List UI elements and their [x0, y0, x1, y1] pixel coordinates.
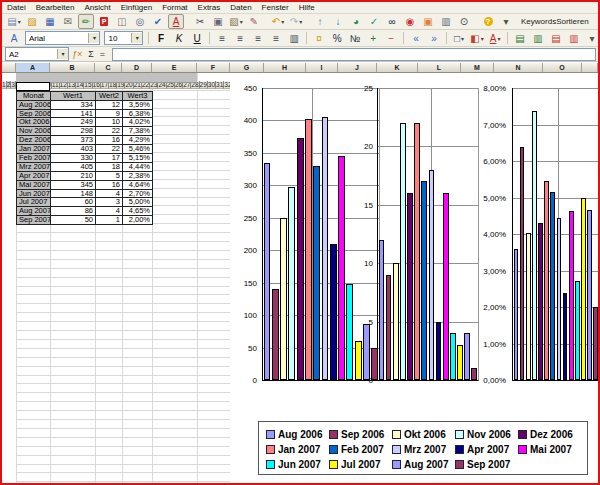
spreadsheet-grid[interactable]: 1234567891011121314151617181920212223242…	[2, 73, 598, 483]
chevron-down-icon[interactable]: ▾	[57, 49, 68, 59]
table-cell[interactable]: 18	[96, 163, 123, 172]
table-cell[interactable]: 5,15%	[123, 154, 153, 163]
table-cell[interactable]: Feb 2007	[17, 154, 51, 163]
insert-column-icon[interactable]: ▥	[530, 31, 546, 46]
column-header-F[interactable]: F	[197, 63, 230, 73]
navigator-icon[interactable]: ◉	[402, 14, 418, 29]
chevron-down-icon[interactable]: ▾	[88, 33, 99, 43]
formatting-options-icon[interactable]: ▾	[584, 31, 600, 46]
table-cell[interactable]: 2,00%	[123, 216, 153, 225]
column-header-K[interactable]: K	[377, 63, 418, 73]
export-pdf-icon[interactable]: P	[96, 14, 112, 29]
active-cell[interactable]	[16, 82, 50, 91]
percent-format-icon[interactable]: %	[329, 31, 345, 46]
currency-format-icon[interactable]: ¤	[311, 31, 327, 46]
table-cell[interactable]: Sep 2007	[17, 216, 51, 225]
format-paintbrush-icon[interactable]: ✎	[246, 14, 262, 29]
table-cell[interactable]: 22	[96, 127, 123, 136]
table-cell[interactable]: Apr 2007	[17, 172, 51, 181]
function-wizard-icon[interactable]: ƒ×	[72, 49, 82, 59]
auto-spellcheck-icon[interactable]: A	[168, 14, 184, 29]
background-color-icon[interactable]: ◧▾	[469, 31, 485, 46]
column-header-J[interactable]: J	[338, 63, 377, 73]
redo-icon[interactable]: ↷▾	[288, 14, 304, 29]
undo-icon[interactable]: ↶▾	[270, 14, 286, 29]
column-header-L[interactable]: L	[418, 63, 461, 73]
align-center-icon[interactable]: ≡	[232, 31, 248, 46]
gallery-icon[interactable]: ▣	[420, 14, 436, 29]
table-cell[interactable]: Aug 2007	[17, 207, 51, 216]
table-cell[interactable]: 17	[96, 154, 123, 163]
merge-cells-icon[interactable]: ▥	[286, 31, 302, 46]
sort-descending-icon[interactable]: ↓	[330, 14, 346, 29]
column-header-G[interactable]: G	[230, 63, 264, 73]
new-document-icon[interactable]: ▤▾	[6, 14, 22, 29]
menu-item-fenster[interactable]: Fenster	[257, 3, 294, 12]
table-cell[interactable]: 2,38%	[123, 172, 153, 181]
chevron-down-icon[interactable]: ▾	[461, 35, 464, 42]
table-cell[interactable]: 405	[51, 163, 96, 172]
table-cell[interactable]: 10	[96, 118, 123, 127]
table-cell[interactable]: 4,29%	[123, 136, 153, 145]
table-cell[interactable]: 2,70%	[123, 190, 153, 199]
standard-format-icon[interactable]: №	[347, 31, 363, 46]
table-cell[interactable]: Jul 2007	[17, 198, 51, 207]
table-cell[interactable]: 403	[51, 145, 96, 154]
table-cell[interactable]: 16	[96, 181, 123, 190]
column-header-M[interactable]: M	[461, 63, 494, 73]
table-cell[interactable]: 148	[51, 190, 96, 199]
table-cell[interactable]: Sep 2006	[17, 110, 51, 119]
toolbar-options-icon[interactable]: ▾	[498, 14, 514, 29]
table-cell[interactable]: 22	[96, 145, 123, 154]
row-header-29[interactable]: 29	[200, 81, 208, 89]
print-icon[interactable]: ◫	[114, 14, 130, 29]
cell-reference-box[interactable]: A2 ▾	[5, 47, 69, 61]
table-cell[interactable]: 9	[96, 110, 123, 119]
table-cell[interactable]: 345	[51, 181, 96, 190]
chart-legend[interactable]: Aug 2006Sep 2006Okt 2006Nov 2006Dez 2006…	[258, 421, 588, 475]
paste-icon[interactable]: ▧▾	[228, 14, 244, 29]
table-cell[interactable]: 4	[96, 207, 123, 216]
check-icon[interactable]: ✓	[366, 14, 382, 29]
table-header-cell[interactable]: Wert3	[123, 92, 153, 101]
column-header-C[interactable]: C	[95, 63, 122, 73]
menu-item-daten[interactable]: Daten	[225, 3, 256, 12]
menu-item-ansicht[interactable]: Ansicht	[79, 3, 115, 12]
menu-item-datei[interactable]: Datei	[2, 3, 31, 12]
menu-item-extras[interactable]: Extras	[193, 3, 226, 12]
borders-icon[interactable]: □▾	[451, 31, 467, 46]
table-cell[interactable]: 3	[96, 198, 123, 207]
table-cell[interactable]: 4,44%	[123, 163, 153, 172]
delete-decimal-icon[interactable]: −	[383, 31, 399, 46]
styles-icon[interactable]: A	[6, 31, 22, 46]
table-cell[interactable]: 330	[51, 154, 96, 163]
table-cell[interactable]: Aug 2006	[17, 101, 51, 110]
table-cell[interactable]: 373	[51, 136, 96, 145]
chevron-down-icon[interactable]: ▾	[481, 35, 484, 42]
menu-item-format[interactable]: Format	[157, 3, 192, 12]
spellcheck-icon[interactable]: ✔	[150, 14, 166, 29]
column-header-O[interactable]: O	[543, 63, 582, 73]
table-cell[interactable]: 50	[51, 216, 96, 225]
add-decimal-icon[interactable]: +	[365, 31, 381, 46]
table-cell[interactable]: Okt 2006	[17, 118, 51, 127]
table-cell[interactable]: 3,59%	[123, 101, 153, 110]
table-header-cell[interactable]: Wert1	[51, 92, 96, 101]
column-header-H[interactable]: H	[264, 63, 306, 73]
table-cell[interactable]: Jun 2007	[17, 190, 51, 199]
delete-row-icon[interactable]: ▤	[548, 31, 564, 46]
email-icon[interactable]: ✉	[60, 14, 76, 29]
column-header-partial[interactable]	[582, 63, 598, 73]
table-cell[interactable]: 5,46%	[123, 145, 153, 154]
table-cell[interactable]: 298	[51, 127, 96, 136]
select-all-corner[interactable]	[2, 63, 16, 73]
table-cell[interactable]: 4	[96, 190, 123, 199]
font-size-combo[interactable]: 10▾	[104, 31, 143, 45]
chevron-down-icon[interactable]: ▾	[131, 33, 142, 43]
table-cell[interactable]: Mai 2007	[17, 181, 51, 190]
table-cell[interactable]: 60	[51, 198, 96, 207]
font-color-icon[interactable]: A▾	[487, 31, 503, 46]
formula-icon[interactable]: =	[100, 49, 105, 59]
chevron-down-icon[interactable]: ▾	[497, 35, 500, 42]
table-cell[interactable]: 249	[51, 118, 96, 127]
